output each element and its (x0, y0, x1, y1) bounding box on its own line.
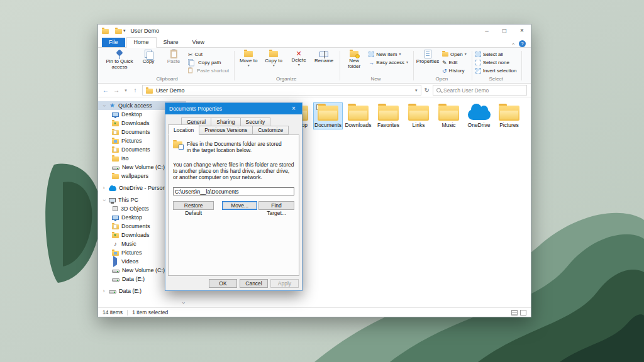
file-name: Links (413, 122, 425, 128)
copy-path-button[interactable]: Copy path (187, 59, 230, 66)
open-icon (442, 52, 448, 57)
move-to-icon (244, 51, 253, 57)
pin-to-quick-access-button[interactable]: Pin to Quick access (104, 48, 135, 70)
history-button[interactable]: ↺ History (441, 67, 468, 74)
select-all-button[interactable]: Select all (474, 51, 518, 58)
thumbnail-view-icon[interactable] (520, 310, 526, 315)
recent-locations-icon[interactable]: ▾ (123, 88, 128, 93)
new-item-button[interactable]: New item ▾ (367, 51, 409, 58)
minimize-ribbon-icon[interactable]: › (510, 43, 516, 45)
maximize-button[interactable]: □ (496, 25, 513, 37)
cancel-button[interactable]: Cancel (240, 279, 268, 288)
folder-icon (378, 106, 399, 121)
file-name: Pictures (499, 122, 519, 128)
sidebar-item-label: This PC (118, 197, 138, 203)
file-name: Music (441, 122, 455, 128)
quick-access-toolbar-icon[interactable] (115, 29, 122, 34)
cut-icon: ✂ (188, 52, 193, 58)
target-path-input[interactable] (173, 187, 294, 195)
paste-button[interactable]: Paste (162, 48, 186, 65)
details-view-icon[interactable] (511, 310, 518, 315)
dialog-close-icon[interactable]: × (286, 103, 302, 114)
file-tile-documents[interactable]: ✓Documents (313, 102, 343, 129)
open-button[interactable]: Open ▾ (441, 51, 468, 58)
folder-icon (348, 106, 369, 121)
documents-icon (112, 130, 119, 135)
status-bar: 14 items 1 item selected (98, 307, 531, 317)
dialog-title: Documents Properties (169, 106, 222, 112)
file-tile-onedrive[interactable]: OneDrive (464, 102, 494, 129)
close-button[interactable]: × (513, 25, 531, 37)
refresh-icon[interactable]: ↻ (425, 87, 430, 94)
button-label: Select none (483, 60, 509, 65)
properties-button[interactable]: Properties (416, 48, 440, 65)
tab-security[interactable]: Security (240, 118, 271, 126)
tab-home[interactable]: Home (126, 37, 157, 48)
dialog-footer: OK Cancel Apply (165, 276, 302, 290)
folder-icon (318, 106, 338, 121)
find-target-button[interactable]: Find Target... (258, 201, 294, 210)
downloads-icon (112, 233, 119, 238)
chevron-icon[interactable]: › (101, 288, 106, 294)
properties-icon (425, 50, 431, 58)
file-tile-favorites[interactable]: Favorites (374, 102, 403, 129)
sidebar-item-label: wallpapers (121, 173, 148, 179)
up-icon[interactable]: ↑ (131, 87, 139, 94)
file-tile-downloads[interactable]: Downloads (343, 102, 373, 129)
copy-button[interactable]: Copy (136, 48, 160, 65)
move-button[interactable]: Move... (222, 201, 257, 210)
chevron-icon[interactable]: › (101, 185, 106, 191)
ribbon-group-organize: Move to ▾ Copy to ▾ ✕ Delete ▾ Rename (235, 48, 340, 83)
button-label: Easy access (376, 60, 404, 65)
chevron-icon[interactable]: › (101, 197, 107, 202)
tab-customize[interactable]: Customize (252, 126, 289, 134)
sidebar-item-label: Pictures (121, 250, 142, 256)
button-label: Paste shortcut (197, 68, 229, 74)
chevron-icon[interactable]: › (101, 103, 107, 108)
rename-button[interactable]: Rename (312, 48, 336, 64)
computer-icon (109, 198, 116, 202)
copy-to-button[interactable]: Copy to ▾ (262, 48, 286, 67)
help-icon[interactable]: ? (519, 40, 526, 47)
file-tile-pictures[interactable]: Pictures (494, 102, 524, 129)
sidebar-scroll-icon[interactable]: › (180, 302, 187, 304)
tab-location[interactable]: Location (168, 124, 199, 135)
quick-access-toolbar-dropdown-icon[interactable]: ▾ (123, 28, 126, 33)
search-box[interactable] (433, 85, 527, 96)
file-tile-music[interactable]: Music (434, 102, 464, 129)
ok-button[interactable]: OK (209, 279, 237, 288)
chevron-down-icon: ▾ (298, 63, 300, 67)
edit-button[interactable]: ✎ Edit (441, 59, 468, 66)
delete-button[interactable]: ✕ Delete ▾ (287, 48, 311, 67)
breadcrumb[interactable]: User Demo ▾ (142, 85, 421, 96)
search-input[interactable] (443, 87, 523, 94)
chevron-down-icon[interactable]: ▾ (415, 88, 418, 93)
tab-previous-versions[interactable]: Previous Versions (199, 126, 253, 134)
restore-default-button[interactable]: Restore Default (173, 201, 214, 210)
apply-button[interactable]: Apply (270, 279, 299, 288)
button-label: Cut (195, 52, 203, 57)
ribbon-group-open: Properties Open ▾ ✎ Edit ↺ History (414, 48, 472, 83)
tab-share[interactable]: Share (157, 38, 186, 47)
move-to-button[interactable]: Move to ▾ (236, 48, 260, 67)
file-tile-links[interactable]: Links (404, 102, 433, 129)
folder-icon (408, 106, 429, 121)
paste-shortcut-button[interactable]: Paste shortcut (187, 67, 230, 74)
select-none-button[interactable]: Select none (474, 59, 518, 66)
forward-icon[interactable]: → (113, 87, 120, 94)
tab-file[interactable]: File (102, 38, 125, 47)
minimize-button[interactable]: – (478, 25, 496, 37)
cut-button[interactable]: ✂ Cut (187, 51, 230, 58)
tab-view[interactable]: View (186, 38, 211, 47)
folder-icon (438, 106, 459, 121)
sidebar-item-label: Downloads (121, 120, 150, 126)
tab-sharing[interactable]: Sharing (211, 118, 240, 126)
history-icon: ↺ (442, 68, 447, 74)
new-folder-icon (350, 51, 358, 57)
invert-selection-button[interactable]: Invert selection (474, 67, 518, 74)
easy-access-button[interactable]: → Easy access ▾ (367, 59, 409, 66)
sidebar-item-label: Pictures (121, 138, 142, 144)
back-icon[interactable]: ← (102, 87, 109, 94)
new-folder-button[interactable]: New folder (342, 48, 366, 69)
location-description-text: You can change where files in this folde… (173, 162, 294, 180)
